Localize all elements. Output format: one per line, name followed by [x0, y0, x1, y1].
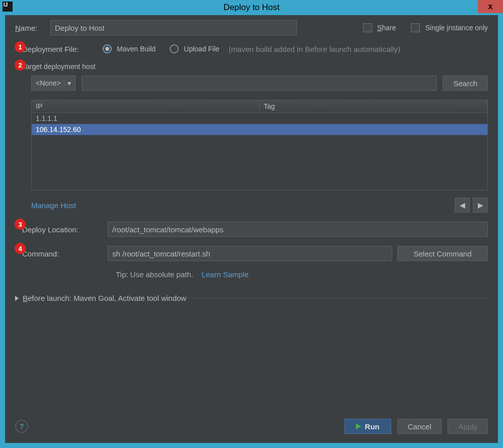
- titlebar: IJ Deploy to Host x: [0, 0, 503, 15]
- single-instance-label: Single instance only: [425, 24, 488, 32]
- table-header: IP Tag: [32, 100, 487, 113]
- close-button[interactable]: x: [478, 0, 503, 13]
- prev-button[interactable]: ◀: [455, 198, 470, 213]
- share-label: Share: [377, 24, 396, 32]
- dialog-content: Name: Share Single instance only 1 Deplo…: [5, 5, 498, 312]
- triangle-right-icon: ▶: [478, 201, 483, 209]
- cell-tag: [260, 124, 488, 135]
- host-search-input[interactable]: [82, 76, 437, 91]
- callout-3: 3: [15, 219, 26, 230]
- dialog-window: IJ Deploy to Host x Name: Share Single i…: [0, 0, 503, 448]
- apply-button[interactable]: Apply: [448, 419, 488, 434]
- triangle-right-icon: [15, 296, 19, 301]
- next-button[interactable]: ▶: [473, 198, 488, 213]
- deploy-location-section: 3 Deploy Location:: [15, 222, 488, 237]
- command-label: Command:: [22, 249, 103, 258]
- deployment-file-label: Deployment File:: [22, 45, 98, 53]
- single-instance-checkbox[interactable]: [411, 23, 420, 32]
- share-checkbox[interactable]: [363, 23, 372, 32]
- chevron-down-icon: ▾: [64, 79, 71, 87]
- cell-tag: [260, 113, 488, 124]
- deployment-hint: (maven build added in Before launch auto…: [229, 45, 400, 53]
- callout-4: 4: [15, 243, 26, 254]
- tip-text: Tip: Use absolute path.: [116, 270, 193, 279]
- app-icon: IJ: [3, 2, 13, 12]
- learn-sample-link[interactable]: Learn Sample: [201, 270, 248, 279]
- host-table: IP Tag 1.1.1.1 106.14.152.60: [31, 100, 488, 190]
- select-command-button[interactable]: Select Command: [397, 246, 488, 261]
- manage-host-link[interactable]: Manage Host: [31, 201, 76, 210]
- host-filter-dropdown[interactable]: <None> ▾: [31, 76, 76, 91]
- callout-2: 2: [15, 59, 26, 71]
- cancel-button[interactable]: Cancel: [397, 419, 442, 434]
- upload-file-label: Upload File: [184, 45, 220, 53]
- before-launch-expander[interactable]: Before launch: Maven Goal, Activate tool…: [15, 294, 488, 302]
- command-section: 4 Command: Select Command Tip: Use absol…: [15, 246, 488, 279]
- cell-ip: 106.14.152.60: [32, 124, 260, 135]
- deploy-location-label: Deploy Location:: [22, 225, 103, 234]
- command-tip: Tip: Use absolute path. Learn Sample: [116, 270, 488, 279]
- cell-ip: 1.1.1.1: [32, 113, 260, 124]
- maven-build-label: Maven Build: [117, 45, 156, 53]
- help-button[interactable]: ?: [15, 420, 28, 433]
- run-label: Run: [365, 422, 380, 431]
- search-button[interactable]: Search: [443, 76, 488, 91]
- name-input[interactable]: [50, 20, 297, 35]
- col-header-ip[interactable]: IP: [32, 100, 260, 112]
- dropdown-value: <None>: [36, 79, 61, 87]
- deploy-location-input[interactable]: [108, 222, 488, 237]
- target-host-label: Target deployment host: [22, 62, 96, 71]
- table-row[interactable]: 106.14.152.60: [32, 124, 487, 135]
- callout-1: 1: [15, 41, 26, 52]
- name-row: Name: Share Single instance only: [15, 20, 488, 35]
- run-button[interactable]: Run: [344, 419, 391, 434]
- help-icon: ?: [20, 422, 24, 430]
- maven-build-radio[interactable]: [103, 44, 112, 53]
- triangle-left-icon: ◀: [460, 201, 465, 209]
- dialog-footer: ? Run Cancel Apply: [15, 419, 488, 434]
- table-row[interactable]: 1.1.1.1: [32, 113, 487, 124]
- command-input[interactable]: [108, 246, 392, 261]
- col-header-tag[interactable]: Tag: [260, 100, 488, 112]
- name-label: Name:: [15, 24, 45, 32]
- before-launch-label: Before launch: Maven Goal, Activate tool…: [23, 294, 186, 302]
- target-host-section: 2 Target deployment host <None> ▾ Search…: [15, 62, 488, 213]
- upload-file-radio[interactable]: [170, 44, 179, 53]
- play-icon: [356, 423, 361, 429]
- separator: [195, 298, 488, 298]
- dialog-title: Deploy to Host: [224, 3, 280, 13]
- deployment-file-section: 1 Deployment File: Maven Build Upload Fi…: [15, 44, 488, 53]
